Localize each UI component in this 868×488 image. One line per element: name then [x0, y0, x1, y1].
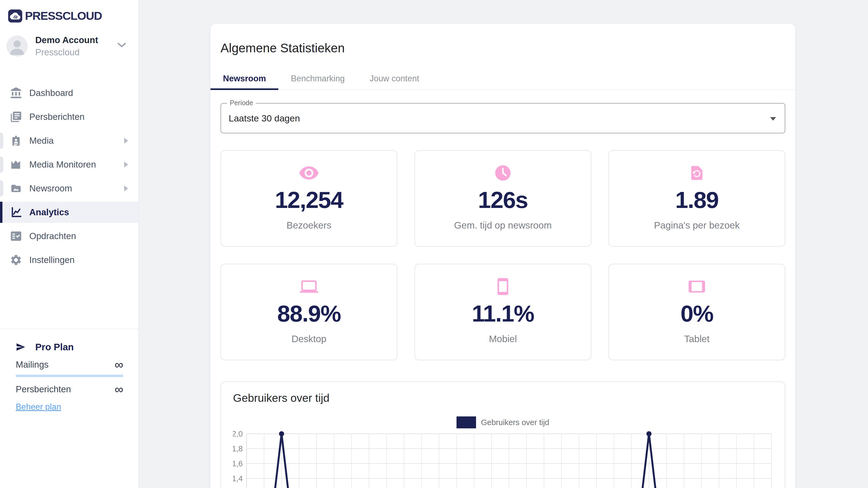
- sidebar-item-newsroom[interactable]: Newsroom: [0, 178, 138, 199]
- page-restore-icon: [688, 163, 705, 183]
- stat-value: 88.9%: [277, 300, 341, 327]
- stat-card-desktop: 88.9% Desktop: [220, 264, 397, 360]
- tablet-icon: [686, 277, 708, 296]
- sidebar-item-media[interactable]: Media: [0, 130, 138, 151]
- stat-label: Bezoekers: [286, 220, 331, 231]
- badge-icon: [10, 134, 22, 147]
- manage-plan-link[interactable]: Beheer plan: [16, 402, 61, 412]
- bank-icon: [10, 87, 22, 99]
- sidebar-item-label: Newsroom: [29, 183, 72, 194]
- stat-label: Gem. tijd op newsroom: [454, 220, 552, 231]
- stat-card-bezoekers: 12,254 Bezoekers: [220, 150, 397, 247]
- chevron-right-icon: [124, 186, 128, 191]
- chart-title: Gebruikers over tijd: [233, 392, 773, 404]
- area-chart-icon: [10, 158, 22, 171]
- clock-icon: [494, 163, 512, 183]
- legend-swatch: [457, 416, 476, 428]
- chevron-down-icon[interactable]: [117, 42, 126, 48]
- press-pages-icon: [10, 110, 22, 123]
- sidebar-item-opdrachten[interactable]: Opdrachten: [0, 226, 138, 247]
- stat-card-paginas: 1.89 Pagina's per bezoek: [609, 150, 785, 247]
- main-content: Algemene Statistieken Newsroom Benchmark…: [139, 0, 868, 488]
- account-switcher[interactable]: Demo Account Presscloud: [6, 34, 138, 58]
- stat-label: Desktop: [291, 333, 326, 344]
- plan-summary: Pro Plan Mailings ∞ Persberichten ∞ Behe…: [0, 329, 138, 412]
- brand-logo: PRESSCLOUD: [0, 0, 138, 23]
- tasks-check-icon: [10, 230, 22, 242]
- analytics-icon: [10, 206, 22, 219]
- sidebar-item-label: Analytics: [29, 207, 69, 218]
- stat-label: Mobiel: [489, 333, 517, 344]
- quota-progress-bar: [16, 375, 123, 377]
- sidebar-item-media-monitoren[interactable]: Media Monitoren: [0, 154, 138, 175]
- stat-card-mobiel: 11.1% Mobiel: [414, 264, 591, 360]
- smartphone-icon: [494, 277, 512, 296]
- stats-grid: 12,254 Bezoekers 126s Gem. tijd op newsr…: [220, 150, 785, 360]
- submenu-edge-indicator: [0, 156, 3, 173]
- sidebar-item-label: Instellingen: [29, 255, 74, 265]
- stat-value: 12,254: [275, 187, 343, 214]
- chart-legend: Gebruikers over tijd: [233, 416, 773, 428]
- sidebar-item-dashboard[interactable]: Dashboard: [0, 83, 138, 104]
- stat-label: Pagina's per bezoek: [654, 220, 740, 231]
- eye-icon: [298, 163, 320, 183]
- line-chart: 2,01,81,61,41,2: [233, 428, 773, 488]
- quota-label: Persberichten: [16, 384, 71, 394]
- page-title: Algemene Statistieken: [211, 24, 795, 55]
- sidebar-item-persberichten[interactable]: Persberichten: [0, 106, 138, 127]
- stat-value: 0%: [681, 300, 713, 327]
- cloud-logo-icon: [8, 9, 22, 23]
- sidebar-item-label: Persberichten: [29, 112, 85, 122]
- legend-label: Gebruikers over tijd: [481, 418, 549, 427]
- tab-jouw-content[interactable]: Jouw content: [357, 68, 432, 90]
- svg-text:1,8: 1,8: [233, 444, 243, 453]
- send-icon: [16, 342, 26, 352]
- chevron-right-icon: [124, 138, 128, 144]
- period-select-label: Periode: [227, 99, 256, 107]
- media-folder-icon: [10, 182, 22, 195]
- plan-quota-row: Persberichten ∞: [16, 384, 123, 394]
- tab-newsroom[interactable]: Newsroom: [211, 68, 278, 90]
- sidebar-item-label: Media Monitoren: [29, 159, 96, 170]
- statistics-card: Algemene Statistieken Newsroom Benchmark…: [211, 24, 795, 488]
- tab-bar: Newsroom Benchmarking Jouw content: [211, 68, 795, 90]
- stat-value: 1.89: [675, 187, 718, 214]
- stat-value: 11.1%: [472, 300, 534, 327]
- sidebar-nav: Dashboard Persberichten Media: [0, 83, 138, 270]
- avatar: [6, 35, 28, 57]
- submenu-edge-indicator: [0, 180, 3, 197]
- gear-icon: [10, 254, 22, 266]
- svg-text:2,0: 2,0: [233, 429, 243, 438]
- sidebar-item-label: Dashboard: [29, 88, 73, 98]
- sidebar-item-label: Media: [29, 135, 54, 146]
- stat-value: 126s: [478, 187, 528, 214]
- quota-label: Mailings: [16, 359, 49, 370]
- tab-benchmarking[interactable]: Benchmarking: [278, 68, 357, 90]
- plan-quota-row: Mailings ∞: [16, 359, 123, 370]
- dropdown-arrow-icon: [770, 117, 776, 121]
- stat-label: Tablet: [684, 333, 709, 344]
- active-indicator: [0, 202, 2, 223]
- svg-text:1,6: 1,6: [233, 459, 243, 468]
- period-select-value: Laatste 30 dagen: [221, 104, 785, 133]
- plan-name: Pro Plan: [35, 341, 74, 352]
- brand-name: PRESSCLOUD: [25, 9, 102, 23]
- account-name: Demo Account: [35, 34, 98, 45]
- period-select[interactable]: Periode Laatste 30 dagen: [220, 103, 785, 133]
- sidebar-item-analytics[interactable]: Analytics: [0, 202, 138, 223]
- stat-card-tablet: 0% Tablet: [609, 264, 785, 360]
- sidebar-item-label: Opdrachten: [29, 231, 76, 241]
- laptop-icon: [298, 277, 320, 296]
- svg-text:1,4: 1,4: [233, 474, 243, 483]
- users-over-time-panel: Gebruikers over tijd Gebruikers over tij…: [220, 382, 785, 488]
- infinity-icon: ∞: [115, 384, 123, 394]
- account-organization: Presscloud: [35, 46, 98, 58]
- sidebar-item-instellingen[interactable]: Instellingen: [0, 250, 138, 270]
- infinity-icon: ∞: [115, 360, 123, 369]
- sidebar: PRESSCLOUD Demo Account Presscloud Dashb…: [0, 0, 139, 488]
- stat-card-gem-tijd: 126s Gem. tijd op newsroom: [414, 150, 591, 247]
- submenu-edge-indicator: [0, 133, 3, 149]
- chevron-right-icon: [124, 162, 128, 167]
